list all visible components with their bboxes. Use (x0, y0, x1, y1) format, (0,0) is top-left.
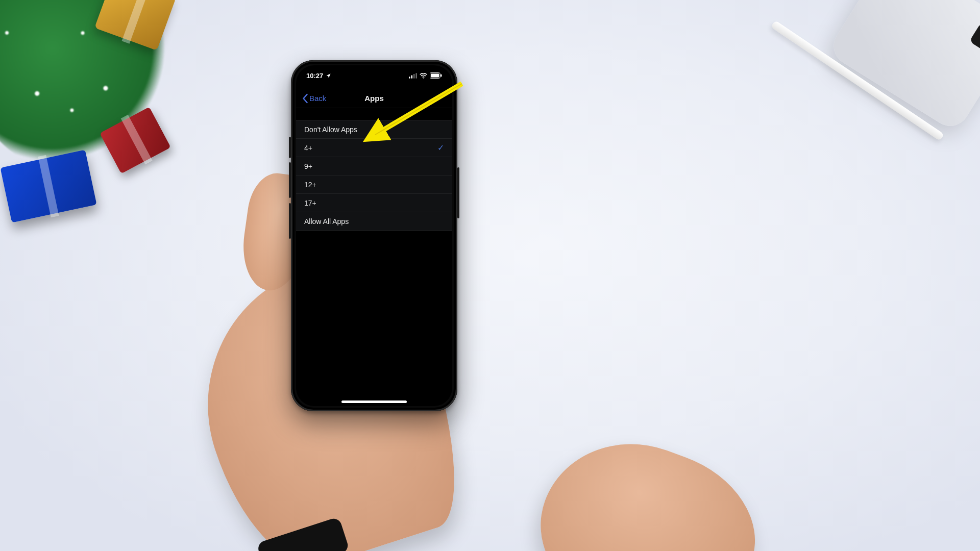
svg-rect-6 (431, 73, 439, 77)
svg-rect-2 (413, 73, 415, 78)
option-label: Allow All Apps (304, 217, 349, 226)
option-label: 4+ (304, 144, 312, 152)
svg-rect-7 (440, 74, 442, 77)
option-label: 12+ (304, 181, 316, 189)
option-9-plus[interactable]: 9+ ✓ (296, 157, 452, 176)
mute-switch (289, 137, 291, 158)
option-label: 17+ (304, 199, 316, 207)
page-title: Apps (364, 94, 384, 103)
age-rating-list: Don't Allow Apps ✓ 4+ ✓ 9+ ✓ 12+ ✓ 17+ ✓… (296, 120, 452, 231)
checkmark-icon: ✓ (437, 143, 444, 153)
svg-point-4 (423, 78, 424, 79)
svg-rect-3 (415, 73, 417, 79)
option-4-plus[interactable]: 4+ ✓ (296, 139, 452, 157)
volume-down (289, 203, 291, 239)
nav-header: Back Apps (296, 89, 452, 108)
option-allow-all-apps[interactable]: Allow All Apps ✓ (296, 212, 452, 231)
phone-screen: 10:27 (296, 65, 452, 406)
scene-background (0, 0, 980, 551)
volume-up (289, 162, 291, 198)
status-bar: 10:27 (296, 69, 452, 82)
back-button[interactable]: Back (299, 89, 329, 108)
svg-rect-0 (409, 77, 410, 79)
battery-icon (430, 72, 442, 79)
wifi-icon (420, 73, 427, 79)
location-arrow-icon (326, 73, 331, 79)
option-label: Don't Allow Apps (304, 126, 357, 134)
power-button (457, 167, 459, 218)
cellular-signal-icon (409, 73, 417, 79)
option-dont-allow-apps[interactable]: Don't Allow Apps ✓ (296, 120, 452, 139)
back-label: Back (309, 94, 326, 103)
option-12-plus[interactable]: 12+ ✓ (296, 176, 452, 194)
option-17-plus[interactable]: 17+ ✓ (296, 194, 452, 212)
home-indicator[interactable] (341, 400, 407, 403)
chevron-left-icon (302, 93, 309, 104)
status-time: 10:27 (306, 72, 323, 80)
svg-rect-1 (411, 75, 412, 78)
phone-body: 10:27 (291, 60, 457, 411)
option-label: 9+ (304, 162, 312, 170)
